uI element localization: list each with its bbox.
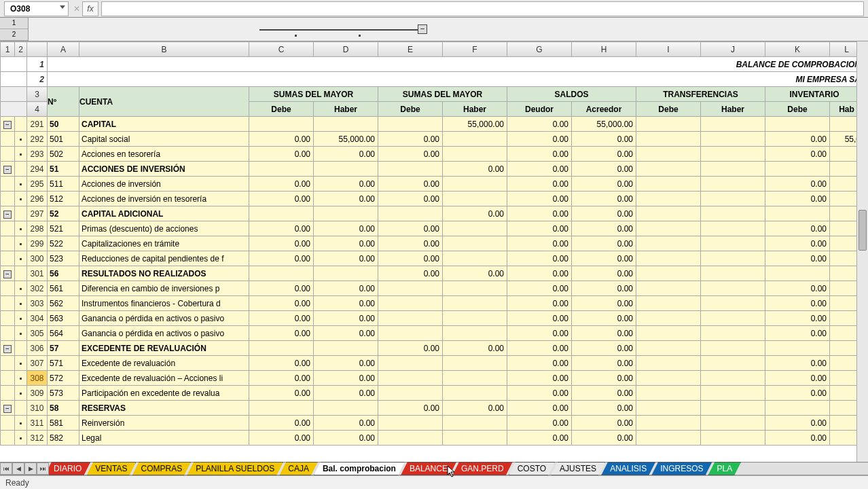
cell[interactable]: 573 bbox=[48, 386, 79, 401]
cell[interactable]: 0.00 bbox=[507, 177, 572, 192]
cell[interactable] bbox=[636, 416, 701, 431]
cell[interactable] bbox=[378, 431, 443, 446]
cell[interactable]: 0.00 bbox=[378, 401, 443, 416]
cell[interactable] bbox=[701, 281, 765, 296]
cell[interactable]: 0.00 bbox=[765, 221, 830, 236]
spreadsheet-grid[interactable]: 1 2 A B C D E F G H I J K L 1 BALANCE DE… bbox=[0, 41, 868, 467]
cell[interactable]: 572 bbox=[48, 371, 79, 386]
row-header[interactable]: 312 bbox=[27, 431, 48, 446]
cell[interactable]: 0.00 bbox=[249, 371, 314, 386]
cell[interactable]: 0.00 bbox=[572, 266, 636, 281]
row-header[interactable]: 3 bbox=[27, 87, 48, 102]
cell[interactable] bbox=[443, 371, 507, 386]
cell[interactable]: 0.00 bbox=[765, 281, 830, 296]
cell[interactable]: 0.00 bbox=[765, 251, 830, 266]
cell[interactable]: Ganancia o pérdida en activos o pasivo bbox=[79, 326, 249, 341]
cell[interactable] bbox=[314, 401, 378, 416]
row-header[interactable]: 309 bbox=[27, 386, 48, 401]
cell[interactable] bbox=[636, 356, 701, 371]
col-header-B[interactable]: B bbox=[79, 42, 249, 57]
cell[interactable]: 0.00 bbox=[572, 192, 636, 206]
cell[interactable] bbox=[636, 326, 701, 341]
cell[interactable]: 0.00 bbox=[572, 311, 636, 326]
row-header[interactable]: 293 bbox=[27, 147, 48, 162]
outline-collapse-icon[interactable]: − bbox=[3, 166, 12, 174]
outline-collapse-icon[interactable]: − bbox=[3, 211, 12, 219]
cell[interactable] bbox=[636, 192, 701, 206]
cell[interactable]: 0.00 bbox=[378, 266, 443, 281]
cell[interactable]: Ganancia o pérdida en activos o pasivo bbox=[79, 311, 249, 326]
cell[interactable] bbox=[701, 371, 765, 386]
cell[interactable] bbox=[701, 266, 765, 281]
cell[interactable]: 0.00 bbox=[765, 311, 830, 326]
cell[interactable]: CAPITAL bbox=[79, 117, 249, 132]
cell[interactable]: 0.00 bbox=[507, 386, 572, 401]
cell[interactable] bbox=[636, 431, 701, 446]
cell[interactable]: 0.00 bbox=[572, 162, 636, 177]
cell[interactable] bbox=[765, 206, 830, 221]
cell[interactable] bbox=[443, 416, 507, 431]
cell[interactable]: 0.00 bbox=[572, 401, 636, 416]
select-all-corner[interactable] bbox=[27, 42, 48, 57]
cell[interactable]: 0.00 bbox=[507, 371, 572, 386]
cell[interactable]: 0.00 bbox=[314, 281, 378, 296]
sheet-tab[interactable]: COSTO bbox=[509, 462, 555, 475]
cell[interactable]: 581 bbox=[48, 416, 79, 431]
cell[interactable]: 0.00 bbox=[314, 431, 378, 446]
cell[interactable] bbox=[636, 206, 701, 221]
cell[interactable]: 0.00 bbox=[507, 147, 572, 162]
cell[interactable]: 0.00 bbox=[378, 132, 443, 147]
sheet-tab[interactable]: GAN.PERD bbox=[452, 462, 513, 475]
cell[interactable] bbox=[701, 147, 765, 162]
cell[interactable]: 511 bbox=[48, 177, 79, 192]
row-header[interactable]: 297 bbox=[27, 206, 48, 221]
cell[interactable]: 56 bbox=[48, 266, 79, 281]
cell[interactable]: 0.00 bbox=[249, 251, 314, 266]
name-box[interactable]: O308 bbox=[4, 1, 69, 16]
row-header[interactable]: 294 bbox=[27, 162, 48, 177]
name-box-dropdown-icon[interactable] bbox=[60, 5, 65, 9]
cell[interactable]: 0.00 bbox=[314, 177, 378, 192]
cell[interactable]: 0.00 bbox=[572, 416, 636, 431]
cell[interactable]: 0.00 bbox=[572, 236, 636, 251]
cell[interactable]: 52 bbox=[48, 206, 79, 221]
cell[interactable]: 0.00 bbox=[572, 356, 636, 371]
cell[interactable]: 0.00 bbox=[572, 251, 636, 266]
cell[interactable] bbox=[701, 431, 765, 446]
cell[interactable]: 55,000.00 bbox=[572, 117, 636, 132]
cell[interactable]: 0.00 bbox=[507, 356, 572, 371]
cell[interactable] bbox=[701, 206, 765, 221]
row-header[interactable]: 4 bbox=[27, 102, 48, 117]
row-header[interactable]: 301 bbox=[27, 266, 48, 281]
cell[interactable] bbox=[378, 162, 443, 177]
tab-last-button[interactable]: ⏭ bbox=[37, 463, 49, 475]
cell[interactable]: 51 bbox=[48, 162, 79, 177]
cell[interactable]: 0.00 bbox=[378, 251, 443, 266]
cell[interactable]: 0.00 bbox=[507, 117, 572, 132]
cell[interactable]: 0.00 bbox=[249, 147, 314, 162]
cell[interactable] bbox=[701, 251, 765, 266]
scrollbar-thumb[interactable] bbox=[858, 210, 867, 251]
outline-level-2[interactable]: 2 bbox=[0, 29, 28, 41]
cell[interactable]: 55,000.00 bbox=[314, 132, 378, 147]
cell[interactable] bbox=[765, 341, 830, 356]
cell[interactable]: 0.00 bbox=[765, 296, 830, 311]
cell[interactable]: 0.00 bbox=[572, 132, 636, 147]
row-header[interactable]: 303 bbox=[27, 296, 48, 311]
cell[interactable] bbox=[378, 281, 443, 296]
cell[interactable] bbox=[636, 162, 701, 177]
cell[interactable]: 0.00 bbox=[572, 221, 636, 236]
outline-level-1[interactable]: 1 bbox=[0, 18, 28, 29]
cell[interactable]: 0.00 bbox=[507, 266, 572, 281]
cell[interactable] bbox=[636, 132, 701, 147]
cell[interactable] bbox=[636, 117, 701, 132]
cell[interactable]: 563 bbox=[48, 311, 79, 326]
cell[interactable]: Reinversión bbox=[79, 416, 249, 431]
cell[interactable] bbox=[701, 401, 765, 416]
row-header[interactable]: 304 bbox=[27, 311, 48, 326]
sheet-tab[interactable]: VENTAS bbox=[86, 462, 136, 475]
row-header[interactable]: 306 bbox=[27, 341, 48, 356]
tab-prev-button[interactable]: ◀ bbox=[12, 463, 24, 475]
cell[interactable]: 0.00 bbox=[765, 177, 830, 192]
cell[interactable] bbox=[636, 251, 701, 266]
